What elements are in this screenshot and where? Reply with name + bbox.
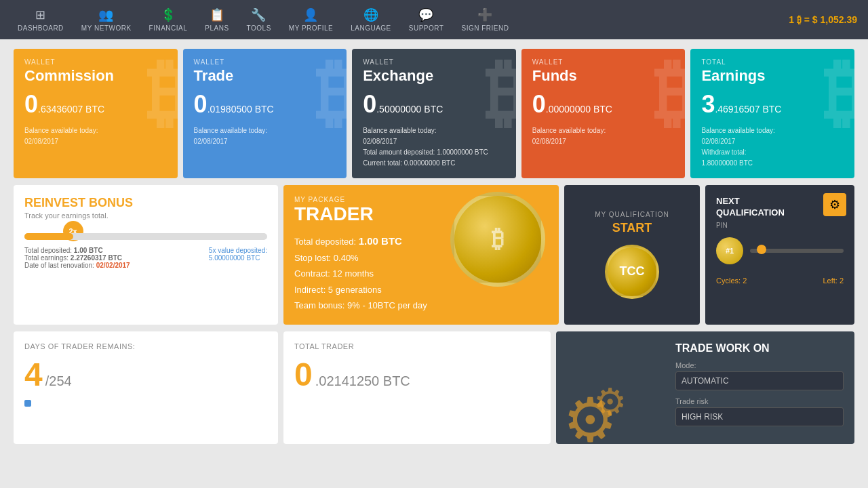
next-qual-content: #1 — [716, 237, 844, 270]
nav-sign-friend-label: SIGN FRIEND — [461, 24, 509, 32]
wallet-trade-info1: Balance available today: — [194, 125, 336, 136]
nav-dashboard[interactable]: ⊞ DASHBOARD — [11, 3, 71, 36]
total-trader-big: 0 — [294, 356, 313, 393]
wallet-funds-small: .00000000 BTC — [546, 104, 612, 115]
wallet-commission-small: .63436007 BTC — [38, 104, 104, 115]
tcc-coin: TCC — [605, 245, 659, 299]
progress-bar-bg — [24, 233, 267, 240]
reinvest-title: REINVEST BONUS — [24, 196, 267, 210]
wallet-earnings-small: .46916507 BTC — [715, 104, 781, 115]
mode-select[interactable]: AUTOMATIC MANUAL — [675, 371, 844, 390]
wallet-commission-label: WALLET — [24, 58, 167, 66]
pin-badge-label: #1 — [726, 247, 734, 255]
wallet-earnings-title: Earnings — [701, 67, 844, 85]
sign-friend-icon: ➕ — [477, 7, 493, 22]
reinvest-stats: Total deposited: 1.00 BTC Total earnings… — [24, 247, 267, 269]
reinvest-title-bold: REINVEST — [24, 196, 85, 209]
language-icon: 🌐 — [363, 7, 379, 22]
days-big: 4 — [24, 356, 43, 393]
next-qualification-card: ⚙ NEXT QUALIFICATION PIN #1 Cycles: 2 — [705, 185, 854, 325]
wallet-exchange-amount: 0 .50000000 BTC — [363, 90, 505, 119]
wallet-trade-big: 0 — [194, 90, 208, 119]
mode-label: Mode: — [675, 361, 844, 369]
wallet-funds-title: Funds — [532, 67, 675, 85]
total-trader-card: TOTAL TRADER 0 .02141250 BTC — [283, 331, 551, 444]
nav-plans-label: PLANS — [205, 24, 229, 32]
nav-dashboard-label: DASHBOARD — [18, 24, 64, 32]
middle-row: REINVEST BONUS Track your earnings total… — [14, 185, 854, 325]
support-icon: 💬 — [418, 7, 434, 22]
nav-financial[interactable]: 💲 FINANCIAL — [142, 3, 195, 36]
pin-badge: #1 — [716, 237, 743, 264]
wallet-earnings-label: TOTAL — [701, 58, 844, 66]
wallet-exchange-info1: Balance available today: — [363, 125, 505, 136]
pin-progress-marker — [757, 245, 766, 254]
days-label: DAYS OF TRADER REMAINS: — [24, 342, 267, 350]
btc-rate-value: 1 ₿ = $ 1,052.39 — [789, 14, 857, 25]
btc-rate: 1 ₿ = $ 1,052.39 — [789, 14, 857, 25]
profile-icon: 👤 — [303, 7, 319, 22]
left-count: Left: 2 — [823, 277, 844, 285]
reinvest-card: REINVEST BONUS Track your earnings total… — [14, 185, 278, 325]
nav-financial-label: FINANCIAL — [149, 24, 188, 32]
qualification-label: MY QUALIFICATION — [595, 211, 669, 218]
package-detail-3: Team bonus: 9% - 10BTC per day — [294, 298, 548, 313]
settings-gear-button[interactable]: ⚙ — [823, 193, 846, 216]
nav-support[interactable]: 💬 SUPPORT — [402, 3, 451, 36]
wallet-trade: ₿ WALLET Trade 0 .01980500 BTC Balance a… — [183, 49, 347, 178]
qualification-card: MY QUALIFICATION START TCC — [564, 185, 700, 325]
nav-plans[interactable]: 📋 PLANS — [198, 3, 235, 36]
wallet-exchange-big: 0 — [363, 90, 376, 119]
wallet-earnings-amount: 3 .46916507 BTC — [701, 90, 844, 119]
nav-my-profile[interactable]: 👤 MY PROFILE — [282, 3, 340, 36]
total-trader-label: TOTAL TRADER — [294, 342, 540, 350]
wallet-commission-info1: Balance available today: — [24, 125, 167, 136]
stat4-label: 5x value deposited: — [209, 247, 267, 254]
wallet-commission: ₿ WALLET Commission 0 .63436007 BTC Bala… — [14, 49, 178, 178]
nav-language[interactable]: 🌐 LANGUAGE — [344, 3, 398, 36]
wallet-commission-info2: 02/08/2017 — [24, 136, 167, 147]
wallet-earnings-info1: Balance available today: — [701, 125, 844, 136]
wallet-exchange-label: WALLET — [363, 58, 505, 66]
days-amount: 4 /254 — [24, 356, 267, 393]
wallet-trade-info2: 02/08/2017 — [194, 136, 336, 147]
wallet-earnings-big: 3 — [701, 90, 715, 119]
nav-support-label: SUPPORT — [409, 24, 444, 32]
coin-circle: ₿ — [450, 192, 545, 287]
qualification-title: START — [612, 221, 652, 235]
wallet-commission-amount: 0 .63436007 BTC — [24, 90, 167, 119]
nav-my-network-label: MY NETWORK — [81, 24, 132, 32]
total-trader-small: .02141250 BTC — [315, 373, 410, 389]
wallet-commission-info: Balance available today: 02/08/2017 — [24, 125, 167, 147]
nav-my-network[interactable]: 👥 MY NETWORK — [75, 3, 138, 36]
navbar: ⊞ DASHBOARD 👥 MY NETWORK 💲 FINANCIAL 📋 P… — [0, 0, 868, 39]
wallet-earnings-info: Balance available today: 02/08/2017 With… — [701, 125, 844, 169]
total-trader-amount: 0 .02141250 BTC — [294, 356, 540, 393]
risk-label: Trade risk — [675, 397, 844, 405]
risk-select[interactable]: HIGH RISK MEDIUM RISK LOW RISK — [675, 407, 844, 426]
wallet-earnings-info4: 1.80000000 BTC — [701, 158, 844, 169]
nav-language-label: LANGUAGE — [351, 24, 391, 32]
wallet-exchange-small: .50000000 BTC — [376, 104, 443, 115]
bottom-row: DAYS OF TRADER REMAINS: 4 /254 TOTAL TRA… — [14, 331, 854, 444]
plans-icon: 📋 — [210, 7, 225, 22]
nav-items: ⊞ DASHBOARD 👥 MY NETWORK 💲 FINANCIAL 📋 P… — [11, 3, 789, 36]
next-qual-sub: PIN — [716, 222, 844, 229]
dashboard-icon: ⊞ — [35, 7, 46, 22]
stat3: Date of last renovation: 02/02/2017 — [24, 262, 130, 269]
wallet-funds: ₿ WALLET Funds 0 .00000000 BTC Balance a… — [521, 49, 686, 178]
days-indicator — [24, 400, 31, 407]
main-content: ₿ WALLET Commission 0 .63436007 BTC Bala… — [0, 39, 868, 453]
wallet-commission-big: 0 — [24, 90, 38, 119]
network-icon: 👥 — [98, 7, 114, 22]
wallet-trade-amount: 0 .01980500 BTC — [194, 90, 336, 119]
wallet-funds-label: WALLET — [532, 58, 675, 66]
pin-progress-bar — [750, 249, 844, 253]
nav-sign-friend[interactable]: ➕ SIGN FRIEND — [454, 3, 515, 36]
nav-my-profile-label: MY PROFILE — [289, 24, 333, 32]
days-small: /254 — [45, 373, 72, 389]
nav-tools[interactable]: 🔧 TOOLS — [240, 3, 278, 36]
wallet-funds-info: Balance available today: 02/08/2017 — [532, 125, 675, 147]
wallet-exchange-info: Balance available today: 02/08/2017 Tota… — [363, 125, 505, 169]
reinvest-subtitle: Track your earnings total. — [24, 211, 267, 220]
